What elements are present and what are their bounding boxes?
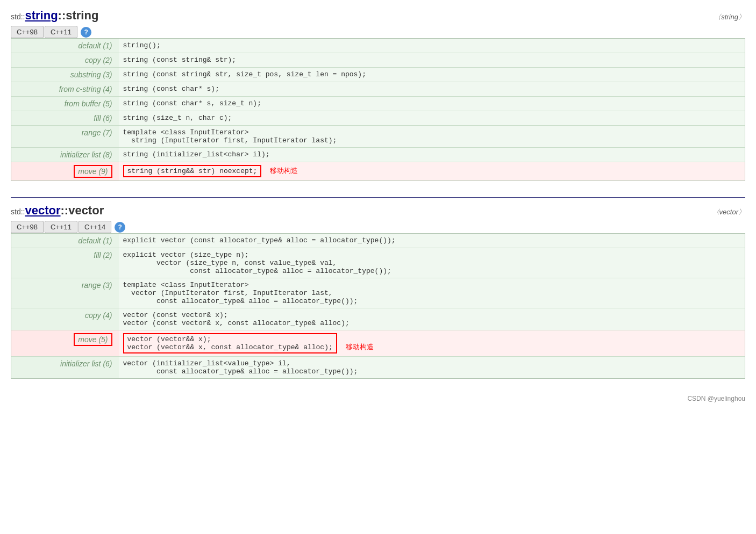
row-code: string (const char* s); — [119, 82, 745, 97]
string-version-tabs: C++98 C++11 ? — [11, 26, 745, 38]
vector-reference: 〈vector〉 — [712, 207, 745, 217]
page-footer: CSDN @yuelinghou — [11, 395, 745, 402]
string-tab-cpp11[interactable]: C++11 — [45, 26, 77, 38]
table-row: fill (6) string (size_t n, char c); — [11, 111, 745, 126]
string-help-icon[interactable]: ? — [81, 27, 91, 38]
vector-move-annotation: 移动构造 — [346, 343, 374, 351]
row-label: range (3) — [11, 278, 119, 308]
table-row: from c-string (4) string (const char* s)… — [11, 82, 745, 97]
row-label: default (1) — [11, 39, 119, 53]
row-code: explicit vector (const allocator_type& a… — [119, 234, 745, 248]
vector-section-header: std::vector::vector 〈vector〉 — [11, 204, 745, 218]
vector-move-code-box: vector (vector&& x); vector (vector&& x,… — [123, 333, 337, 353]
row-label: range (7) — [11, 126, 119, 148]
vector-title-main: vector — [25, 204, 60, 217]
table-row: substring (3) string (const string& str,… — [11, 68, 745, 82]
footer-text: CSDN @yuelinghou — [687, 395, 745, 402]
row-label: move (5) — [11, 330, 119, 357]
row-label: substring (3) — [11, 68, 119, 82]
table-row: copy (4) vector (const vector& x); vecto… — [11, 308, 745, 330]
row-code: template <class InputIterator> vector (I… — [119, 278, 745, 308]
string-title-main: string — [25, 9, 58, 22]
vector-title-suffix: ::vector — [61, 204, 104, 217]
row-code: vector (initializer_list<value_type> il,… — [119, 357, 745, 379]
vector-move-row: move (5) vector (vector&& x); vector (ve… — [11, 330, 745, 357]
vector-constructor-table: default (1) explicit vector (const alloc… — [11, 233, 745, 379]
string-title: std::string::string — [11, 9, 98, 23]
row-label: default (1) — [11, 234, 119, 248]
row-label: move (9) — [11, 162, 119, 181]
string-move-label-box: move (9) — [74, 165, 112, 178]
row-label: copy (2) — [11, 53, 119, 68]
table-row: from buffer (5) string (const char* s, s… — [11, 97, 745, 111]
row-code: string (size_t n, char c); — [119, 111, 745, 126]
vector-tab-cpp14[interactable]: C++14 — [79, 221, 111, 233]
row-code: vector (vector&& x); vector (vector&& x,… — [119, 330, 745, 357]
table-row: copy (2) string (const string& str); — [11, 53, 745, 68]
table-row: default (1) string(); — [11, 39, 745, 53]
row-code: string (string&& str) noexcept; 移动构造 — [119, 162, 745, 181]
vector-title-prefix: std:: — [11, 207, 25, 216]
row-label: initializer list (6) — [11, 357, 119, 379]
row-label: copy (4) — [11, 308, 119, 330]
vector-version-tabs: C++98 C++11 C++14 ? — [11, 221, 745, 233]
table-row: initializer list (8) string (initializer… — [11, 148, 745, 162]
row-code: string (const string& str); — [119, 53, 745, 68]
string-title-suffix: ::string — [58, 9, 99, 22]
string-section-header: std::string::string 〈string〉 — [11, 9, 745, 23]
string-title-prefix: std:: — [11, 12, 25, 21]
vector-tab-cpp11[interactable]: C++11 — [45, 221, 77, 233]
table-row: range (3) template <class InputIterator>… — [11, 278, 745, 308]
vector-tab-cpp98[interactable]: C++98 — [11, 221, 44, 233]
row-label: from c-string (4) — [11, 82, 119, 97]
section-divider — [11, 197, 745, 198]
row-label: initializer list (8) — [11, 148, 119, 162]
vector-help-icon[interactable]: ? — [115, 222, 125, 233]
row-code: string (initializer_list<char> il); — [119, 148, 745, 162]
row-code: explicit vector (size_type n); vector (s… — [119, 248, 745, 278]
row-code: vector (const vector& x); vector (const … — [119, 308, 745, 330]
vector-move-label-box: move (5) — [74, 333, 112, 346]
string-move-row: move (9) string (string&& str) noexcept;… — [11, 162, 745, 181]
table-row: initializer list (6) vector (initializer… — [11, 357, 745, 379]
table-row: range (7) template <class InputIterator>… — [11, 126, 745, 148]
row-label: fill (2) — [11, 248, 119, 278]
string-constructor-table: default (1) string(); copy (2) string (c… — [11, 38, 745, 181]
row-code: string (const string& str, size_t pos, s… — [119, 68, 745, 82]
string-tab-cpp98[interactable]: C++98 — [11, 26, 44, 38]
string-move-annotation: 移动构造 — [270, 167, 298, 175]
row-code: string(); — [119, 39, 745, 53]
row-label: from buffer (5) — [11, 97, 119, 111]
table-row: fill (2) explicit vector (size_type n); … — [11, 248, 745, 278]
string-move-code-box: string (string&& str) noexcept; — [123, 165, 262, 177]
table-row: default (1) explicit vector (const alloc… — [11, 234, 745, 248]
string-reference: 〈string〉 — [714, 12, 745, 22]
vector-title: std::vector::vector — [11, 204, 104, 218]
row-code: template <class InputIterator> string (I… — [119, 126, 745, 148]
row-code: string (const char* s, size_t n); — [119, 97, 745, 111]
row-label: fill (6) — [11, 111, 119, 126]
